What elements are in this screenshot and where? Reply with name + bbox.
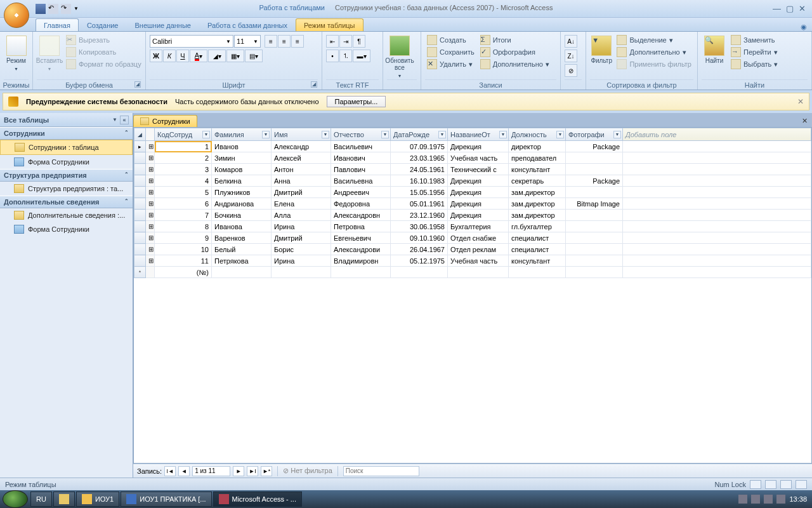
view-pivotchart-button[interactable] bbox=[780, 480, 792, 489]
qat-dropdown-icon[interactable]: ▼ bbox=[74, 6, 79, 11]
goto-button[interactable]: →Перейти▾ bbox=[729, 46, 780, 58]
nav-group-additional[interactable]: Дополнительные сведения⌃ bbox=[0, 196, 133, 208]
clear-sort-button[interactable]: ⊘ bbox=[565, 64, 577, 77]
view-datasheet-button[interactable] bbox=[750, 480, 761, 489]
nav-item-additional-form[interactable]: Форма Сотрудники bbox=[0, 222, 133, 236]
select-all-button[interactable]: ◢ bbox=[134, 128, 146, 141]
italic-button[interactable]: К bbox=[163, 50, 176, 62]
table-row[interactable]: ⊞9ВаренковДмитрийЕвгеньевич09.10.1960Отд… bbox=[134, 232, 811, 244]
save-icon[interactable] bbox=[36, 4, 46, 14]
bullets-button[interactable]: • bbox=[326, 50, 339, 62]
taskbar-item-active[interactable]: Microsoft Access - ... bbox=[213, 491, 302, 507]
copy-button[interactable]: Копировать bbox=[64, 46, 143, 58]
search-input[interactable] bbox=[343, 466, 419, 476]
tray-icon[interactable] bbox=[776, 495, 785, 504]
sort-asc-button[interactable]: A↓ bbox=[565, 35, 577, 48]
view-button[interactable]: Режим▼ bbox=[4, 33, 29, 72]
refresh-button[interactable]: Обновить все▼ bbox=[387, 33, 412, 79]
security-options-button[interactable]: Параметры... bbox=[327, 96, 386, 107]
nav-item-employees-form[interactable]: Форма Сотрудники bbox=[0, 155, 133, 169]
nav-group-employees[interactable]: Сотрудники⌃ bbox=[0, 127, 133, 140]
column-header[interactable]: Фамилия▼ bbox=[212, 128, 272, 141]
column-header[interactable]: Отчество▼ bbox=[331, 128, 391, 141]
table-row[interactable]: ⊞5ПлужниковДмитрийАндреевич15.05.1956Дир… bbox=[134, 187, 811, 198]
maximize-button[interactable]: ▢ bbox=[786, 4, 794, 13]
close-button[interactable]: ✕ bbox=[799, 4, 806, 13]
numbering-button[interactable]: ⒈ bbox=[339, 50, 352, 62]
font-size-combo[interactable]: 11▼ bbox=[234, 35, 261, 48]
format-painter-button[interactable]: Формат по образцу bbox=[64, 58, 143, 70]
altcolor-button[interactable]: ▤▾ bbox=[245, 50, 263, 62]
align-left-button[interactable]: ≡ bbox=[265, 35, 277, 48]
view-pivot-button[interactable] bbox=[765, 480, 776, 489]
taskbar-item[interactable] bbox=[53, 491, 75, 507]
table-row[interactable]: ⊞6АндриановаЕленаФедоровна05.01.1961Дире… bbox=[134, 198, 811, 210]
record-position-input[interactable] bbox=[192, 466, 230, 476]
cut-button[interactable]: ✂Вырезать bbox=[64, 34, 143, 46]
align-right-button[interactable]: ≡ bbox=[291, 35, 304, 48]
find-button[interactable]: 🔍Найти bbox=[702, 33, 727, 64]
delete-record-button[interactable]: ✕Удалить▾ bbox=[425, 58, 476, 70]
gridlines-button[interactable]: ▦▾ bbox=[226, 50, 244, 62]
view-design-button[interactable] bbox=[796, 480, 807, 489]
minimize-button[interactable]: — bbox=[773, 4, 781, 13]
nav-dropdown-icon[interactable]: ▼ bbox=[112, 117, 117, 123]
next-record-button[interactable]: ► bbox=[233, 466, 244, 476]
toggle-filter-button[interactable]: Применить фильтр bbox=[615, 58, 693, 70]
table-row[interactable]: ⊞4БелкинаАннаВасильевна16.10.1983Дирекци… bbox=[134, 175, 811, 187]
tray-icon[interactable] bbox=[751, 495, 760, 504]
table-row[interactable]: ⊞3КомаровАнтонПавлович24.05.1961Техничес… bbox=[134, 164, 811, 175]
clipboard-dialog-icon[interactable]: ◢ bbox=[134, 81, 141, 88]
nav-header[interactable]: Все таблицы▼« bbox=[0, 113, 133, 127]
nav-group-structure[interactable]: Структура предприятия⌃ bbox=[0, 169, 133, 182]
filter-button[interactable]: ▼Фильтр bbox=[590, 33, 613, 64]
underline-button[interactable]: Ч bbox=[176, 50, 189, 62]
redo-icon[interactable]: ↷ bbox=[61, 4, 71, 14]
column-header[interactable]: Фотографи▼ bbox=[566, 128, 623, 141]
nav-collapse-icon[interactable]: « bbox=[120, 116, 129, 124]
new-record-button[interactable]: Создать bbox=[425, 34, 476, 46]
ltr-button[interactable]: ¶ bbox=[353, 35, 365, 48]
advanced-filter-button[interactable]: Дополнительно▾ bbox=[615, 46, 693, 58]
taskbar-item[interactable]: ИОУ1 bbox=[76, 491, 119, 507]
indent-inc-button[interactable]: ⇥ bbox=[339, 35, 352, 48]
save-record-button[interactable]: Сохранить bbox=[425, 46, 476, 58]
data-grid[interactable]: ◢ КодСотруд▼ Фамилия▼ Имя▼ Отчество▼ Дат… bbox=[134, 128, 811, 278]
column-header[interactable]: ДатаРожде▼ bbox=[391, 128, 448, 141]
lang-indicator[interactable]: RU bbox=[30, 491, 52, 507]
add-column[interactable]: Добавить поле bbox=[623, 128, 811, 141]
table-row[interactable]: ⊞11ПетряковаИринаВладимировн05.12.1975Уч… bbox=[134, 255, 811, 267]
tray-icon[interactable] bbox=[764, 495, 773, 504]
tab-tablemode[interactable]: Режим таблицы bbox=[296, 18, 363, 31]
column-header[interactable]: Имя▼ bbox=[272, 128, 331, 141]
prev-record-button[interactable]: ◄ bbox=[178, 466, 190, 476]
table-row[interactable]: ⊞8ИвановаИринаПетровна30.06.1958Бухгалте… bbox=[134, 221, 811, 232]
bold-button[interactable]: Ж bbox=[150, 50, 162, 62]
font-color-button[interactable]: А▾ bbox=[190, 50, 207, 62]
tab-dbtools[interactable]: Работа с базами данных bbox=[199, 18, 296, 31]
sort-desc-button[interactable]: Z↓ bbox=[565, 50, 577, 62]
new-row[interactable]: (№) bbox=[134, 267, 811, 278]
font-dialog-icon[interactable]: ◢ bbox=[311, 81, 317, 88]
nav-item-employees-table[interactable]: Сотрудники : таблица bbox=[0, 140, 133, 155]
taskbar-item[interactable]: ИОУ1 ПРАКТИКА [... bbox=[121, 491, 211, 507]
column-dropdown-icon[interactable]: ▼ bbox=[202, 131, 210, 138]
table-row[interactable]: ⊞10БелыйБорисАлександрови26.04.1967Отдел… bbox=[134, 244, 811, 255]
paste-button[interactable]: Вставить▼ bbox=[37, 33, 62, 72]
clock[interactable]: 13:38 bbox=[789, 495, 807, 503]
align-center-button[interactable]: ≡ bbox=[278, 35, 291, 48]
totals-button[interactable]: ΣИтоги bbox=[478, 34, 551, 46]
more-records-button[interactable]: Дополнительно▾ bbox=[478, 58, 551, 70]
table-row[interactable]: ▸⊞1ИвановАлександрВасильевич07.09.1975Ди… bbox=[134, 141, 811, 152]
security-close-icon[interactable]: ✕ bbox=[797, 97, 804, 106]
new-record-nav-button[interactable]: ►* bbox=[261, 466, 272, 476]
font-name-combo[interactable]: Calibri▼ bbox=[150, 35, 233, 48]
table-row[interactable]: ⊞2ЗиминАлексейИванович23.03.1965Учебная … bbox=[134, 152, 811, 164]
last-record-button[interactable]: ►I bbox=[247, 466, 258, 476]
replace-button[interactable]: Заменить bbox=[729, 34, 780, 46]
column-header[interactable]: НазваниеОт▼ bbox=[448, 128, 509, 141]
column-header[interactable]: Должность▼ bbox=[509, 128, 566, 141]
nav-item-structure-table[interactable]: Структура предприятия : та... bbox=[0, 182, 133, 196]
selection-filter-button[interactable]: Выделение▾ bbox=[615, 34, 693, 46]
document-tab[interactable]: Сотрудники bbox=[133, 115, 197, 127]
